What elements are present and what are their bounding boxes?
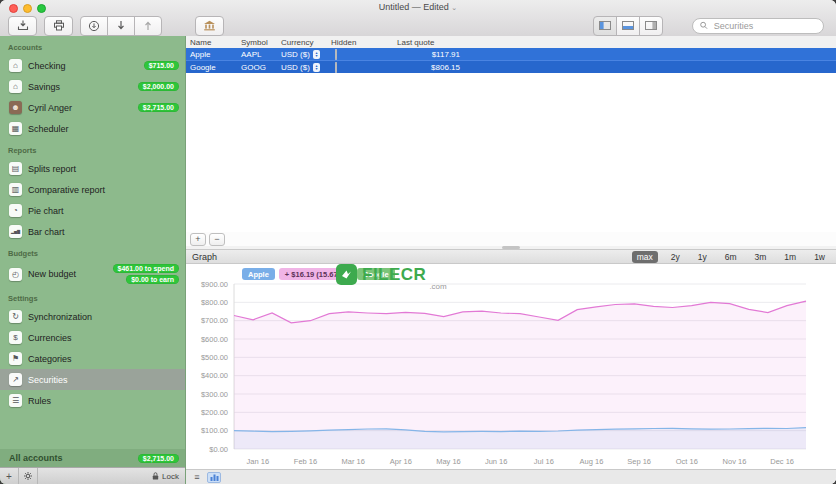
app-window: Untitled — Edited ⌄ [0,0,836,484]
view-right-pane-icon [645,21,657,30]
sidebar-spacer [0,411,185,449]
svg-text:$600.00: $600.00 [201,335,228,344]
svg-text:Aug 16: Aug 16 [580,457,604,466]
sidebar-item-bar-chart[interactable]: ▂▅▇Bar chart [0,221,185,242]
account-balance-badge: $2,715.00 [138,103,179,112]
bank-button[interactable] [195,16,224,36]
range-button-1w[interactable]: 1w [809,251,830,263]
range-button-max[interactable]: max [632,251,658,263]
table-row[interactable]: AppleAAPLUSD ($)▴▾$117.91 [186,48,836,61]
sidebar-item-new-budget[interactable]: ◴New budget$461.00 to spend$0.00 to earn [0,261,185,287]
security-name: Apple [186,50,237,59]
coins-icon: $ [9,331,22,344]
currency-stepper-icon[interactable]: ▴▾ [313,63,320,72]
range-button-1y[interactable]: 1y [693,251,712,263]
sidebar-section-header: Reports [8,146,185,155]
sidebar-item-rules[interactable]: ☰Rules [0,390,185,411]
bars-icon: ▂▅▇ [9,225,22,238]
titlebar: Untitled — Edited ⌄ [0,0,836,15]
sidebar-item-scheduler[interactable]: ▦Scheduler [0,118,185,139]
svg-text:Jul 16: Jul 16 [534,457,554,466]
view-left-pane-icon [599,21,611,30]
move-up-button[interactable] [134,16,162,36]
search-field[interactable] [692,18,824,34]
chart-view-button[interactable] [207,472,221,483]
sidebar-item-securities[interactable]: ↗Securities [0,369,185,390]
list-view-button[interactable]: ≡ [190,472,204,483]
remove-security-button[interactable]: − [209,233,225,246]
sidebar-item-label: Pie chart [28,206,179,216]
range-button-3m[interactable]: 3m [750,251,772,263]
svg-text:$200.00: $200.00 [201,408,228,417]
search-input[interactable] [712,20,816,32]
range-button-1m[interactable]: 1m [779,251,801,263]
sidebar-item-synchronization[interactable]: ↻Synchronization [0,306,185,327]
security-last-quote: $117.91 [393,50,468,59]
add-security-button[interactable]: + [190,233,206,246]
toolbar [0,15,836,36]
graph-header: Graph max2y1y6m3m1m1w [186,249,836,264]
sidebar-item-pie-chart[interactable]: ◔Pie chart [0,200,185,221]
sidebar-item-label: Bar chart [28,227,179,237]
sidebar-item-label: Scheduler [28,124,179,134]
currency-value: USD ($) [281,50,310,59]
sidebar-item-currencies[interactable]: $Currencies [0,327,185,348]
sidebar-item-label: Categories [28,354,179,364]
sidebar-item-categories[interactable]: ⚑Categories [0,348,185,369]
range-button-6m[interactable]: 6m [720,251,742,263]
table-actions-bar: + − [186,232,836,246]
sync-icon: ↻ [9,310,22,323]
gear-icon [23,471,33,481]
range-button-2y[interactable]: 2y [666,251,685,263]
print-button[interactable] [44,16,73,36]
svg-text:$900.00: $900.00 [201,282,228,289]
refresh-quotes-button[interactable] [80,16,108,36]
refresh-quotes-icon [88,20,100,32]
main-bottom-bar: ≡ [186,469,836,484]
move-down-button[interactable] [107,16,135,36]
sidebar-item-savings[interactable]: ⌂Savings$2,000.00 [0,76,185,97]
hidden-checkbox[interactable] [335,62,337,73]
table-row[interactable]: GoogleGOOGUSD ($)▴▾$806.15 [186,61,836,73]
action-menu-button[interactable] [19,468,38,484]
svg-text:$400.00: $400.00 [201,371,228,380]
hidden-cell [327,50,393,59]
move-down-icon [116,20,126,31]
sidebar-section-header: Settings [8,294,185,303]
window-title: Untitled — Edited ⌄ [0,2,836,12]
budget-badge: $0.00 to earn [126,275,179,284]
lock-button[interactable]: Lock [151,471,185,481]
column-header-hidden[interactable]: Hidden [327,38,393,47]
title-dropdown-icon[interactable]: ⌄ [451,4,457,11]
tags-icon: ⚑ [9,352,22,365]
add-account-button[interactable]: + [0,468,19,484]
hidden-checkbox[interactable] [335,49,337,60]
budget-badge: $461.00 to spend [113,264,179,273]
currency-stepper-icon[interactable]: ▴▾ [313,50,320,59]
import-icon [17,20,29,31]
view-left-pane-button[interactable] [593,16,617,36]
column-header-currency[interactable]: Currency [277,38,327,47]
account-balance-badge: $715.00 [144,61,179,70]
window-chrome: Untitled — Edited ⌄ [0,0,836,37]
view-bottom-pane-button[interactable] [616,16,640,36]
gauge-icon: ◴ [9,268,22,281]
svg-text:Feb 16: Feb 16 [294,457,317,466]
security-last-quote: $806.15 [393,63,468,72]
column-header-last-quote[interactable]: Last quote [393,38,468,47]
bank-icon: ⌂ [9,59,22,72]
column-header-symbol[interactable]: Symbol [237,38,277,47]
svg-text:$800.00: $800.00 [201,298,228,307]
watermark-text: FILECR [362,264,426,285]
sidebar-item-splits-report[interactable]: ▤Splits report [0,158,185,179]
svg-text:Nov 16: Nov 16 [723,457,747,466]
sidebar-item-comparative-report[interactable]: ▥Comparative report [0,179,185,200]
all-accounts-row[interactable]: All accounts $2,715.00 [0,449,185,467]
view-right-pane-button[interactable] [639,16,663,36]
securities-line-chart: $0.00$100.00$200.00$300.00$400.00$500.00… [188,282,832,470]
sidebar-item-checking[interactable]: ⌂Checking$715.00 [0,55,185,76]
watermark: FILECR .com [336,264,447,285]
sidebar-item-cyril-anger[interactable]: ☻Cyril Anger$2,715.00 [0,97,185,118]
import-button[interactable] [8,16,37,36]
column-header-name[interactable]: Name [186,38,237,47]
